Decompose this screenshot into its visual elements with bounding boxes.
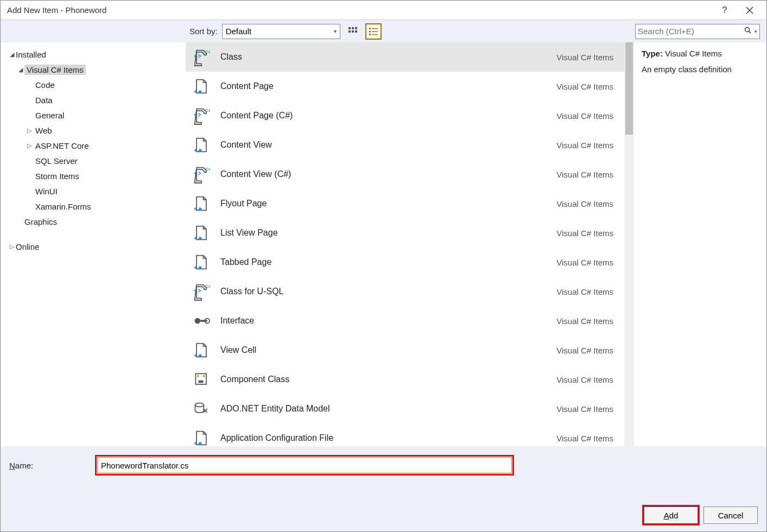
tree-item-xamarin-forms[interactable]: Xamarin.Forms	[1, 199, 186, 214]
scroll-thumb[interactable]	[625, 42, 633, 135]
type-label: Type:	[642, 49, 663, 58]
file-template-icon	[190, 251, 213, 274]
svg-rect-8	[369, 28, 371, 29]
template-item[interactable]: Application Configuration FileVisual C# …	[186, 423, 624, 446]
close-button[interactable]	[737, 2, 762, 19]
tree-item-storm-items[interactable]: Storm Items	[1, 168, 186, 183]
svg-rect-5	[348, 30, 351, 33]
template-category: Visual C# Items	[556, 375, 613, 384]
search-icon[interactable]	[743, 27, 753, 36]
add-button[interactable]: Add	[644, 506, 698, 524]
template-list: C#ClassVisual C# ItemsContent PageVisual…	[186, 42, 624, 446]
svg-rect-7	[355, 30, 357, 33]
template-name: Content Page	[220, 81, 556, 91]
search-dropdown-icon[interactable]: ▾	[753, 29, 757, 34]
cancel-button[interactable]: Cancel	[703, 506, 758, 524]
svg-rect-19	[199, 150, 201, 151]
svg-rect-26	[200, 320, 207, 322]
template-item[interactable]: C#Class for U-SQLVisual C# Items	[186, 277, 624, 306]
template-item[interactable]: ADO.NET Entity Data ModelVisual C# Items	[186, 394, 624, 423]
scrollbar[interactable]	[624, 42, 634, 446]
toolbar: Sort by: Default ▾ ▾	[1, 20, 766, 42]
view-list-button[interactable]	[365, 23, 382, 40]
tree-online[interactable]: ▷Online	[1, 239, 186, 254]
template-category: Visual C# Items	[556, 141, 613, 150]
name-input[interactable]	[97, 457, 512, 473]
component-template-icon	[190, 368, 213, 391]
template-name: Content Page (C#)	[220, 111, 556, 121]
svg-line-15	[749, 31, 751, 34]
bottom-panel: Name: Add Cancel	[1, 446, 766, 532]
template-item[interactable]: Tabbed PageVisual C# Items	[186, 248, 624, 277]
template-category: Visual C# Items	[556, 258, 613, 267]
view-tiles-button[interactable]	[345, 23, 361, 40]
titlebar: Add New Item - Phoneword ?	[1, 1, 766, 20]
file-template-icon	[190, 427, 213, 446]
svg-rect-23	[199, 267, 201, 269]
type-value: Visual C# Items	[665, 49, 722, 58]
tree-label: Web	[35, 126, 52, 135]
tree-label: Code	[35, 80, 55, 90]
close-icon	[746, 7, 753, 14]
template-name: Class	[220, 52, 556, 62]
template-name: Class for U-SQL	[220, 287, 556, 296]
search-box[interactable]: ▾	[635, 24, 760, 39]
tree-installed[interactable]: ◢Installed	[1, 47, 186, 62]
tree-label: Data	[35, 96, 53, 105]
tree-item-winui[interactable]: WinUI	[1, 183, 186, 199]
ado-template-icon	[190, 397, 213, 420]
template-name: Tabbed Page	[220, 257, 556, 267]
template-item[interactable]: Content ViewVisual C# Items	[186, 130, 624, 160]
template-name: Content View (C#)	[220, 169, 556, 179]
tree-item-sql-server[interactable]: SQL Server	[1, 153, 186, 168]
sort-select[interactable]: Default ▾	[222, 24, 340, 39]
template-item[interactable]: C#Content View (C#)Visual C# Items	[186, 160, 624, 189]
cs-template-icon: C#	[190, 104, 213, 127]
template-item[interactable]: C#Content Page (C#)Visual C# Items	[186, 101, 624, 130]
window-title: Add New Item - Phoneword	[5, 5, 712, 15]
template-item[interactable]: C#ClassVisual C# Items	[186, 42, 624, 72]
tree-item-general[interactable]: General	[1, 107, 186, 123]
tree-label: Installed	[16, 50, 46, 59]
tree-item-code[interactable]: Code	[1, 77, 186, 92]
svg-rect-21	[199, 208, 201, 210]
details-panel: Type: Visual C# Items An empty class def…	[634, 42, 766, 446]
cs-template-icon: C#	[190, 46, 213, 68]
template-item[interactable]: List View PageVisual C# Items	[186, 218, 624, 248]
cs-template-icon: C#	[190, 163, 213, 186]
tree-visual-csharp-items[interactable]: ◢Visual C# Items	[1, 62, 186, 77]
svg-point-14	[745, 28, 750, 32]
svg-rect-10	[369, 30, 371, 32]
help-button[interactable]: ?	[712, 2, 737, 19]
svg-rect-32	[199, 381, 204, 383]
chevron-down-icon: ▾	[334, 28, 337, 34]
cs-template-icon: C#	[190, 280, 213, 303]
detail-description: An empty class definition	[642, 65, 759, 74]
tree-item-data[interactable]: Data	[1, 92, 186, 107]
expander-closed-icon: ▷	[8, 243, 16, 250]
file-template-icon	[190, 192, 213, 215]
template-category: Visual C# Items	[556, 434, 613, 443]
expander-closed-icon: ▷	[26, 127, 33, 134]
tree-item-asp-net-core[interactable]: ▷ASP.NET Core	[1, 138, 186, 153]
svg-rect-2	[348, 27, 351, 29]
svg-rect-13	[372, 34, 378, 35]
svg-rect-34	[199, 443, 201, 445]
search-input[interactable]	[638, 27, 743, 36]
template-category: Visual C# Items	[556, 170, 613, 179]
tree-item-web[interactable]: ▷Web	[1, 123, 186, 138]
template-category: Visual C# Items	[556, 287, 613, 296]
template-panel: C#ClassVisual C# ItemsContent PageVisual…	[186, 42, 634, 446]
template-item[interactable]: Content PageVisual C# Items	[186, 72, 624, 101]
tree-graphics[interactable]: Graphics	[1, 214, 186, 229]
template-category: Visual C# Items	[556, 316, 613, 326]
tree-label: ASP.NET Core	[35, 141, 89, 150]
template-item[interactable]: Component ClassVisual C# Items	[186, 365, 624, 394]
detail-type: Type: Visual C# Items	[642, 49, 759, 58]
sort-value: Default	[226, 27, 252, 36]
template-item[interactable]: Flyout PageVisual C# Items	[186, 189, 624, 218]
tree-label: Visual C# Items	[24, 65, 86, 75]
template-item[interactable]: InterfaceVisual C# Items	[186, 306, 624, 335]
tree-label: Storm Items	[35, 172, 79, 181]
template-item[interactable]: View CellVisual C# Items	[186, 335, 624, 365]
